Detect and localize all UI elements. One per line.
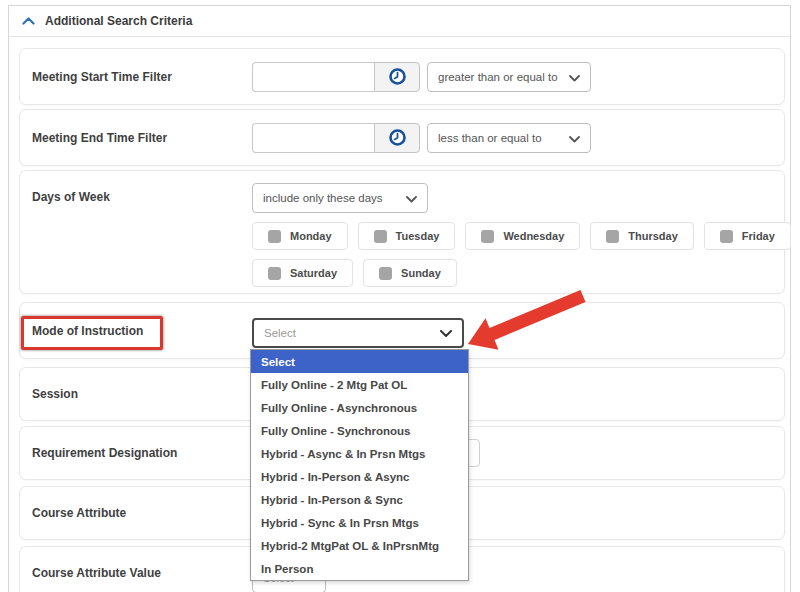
day-checkbox-thursday[interactable]: Thursday xyxy=(590,222,694,250)
option-fully-online-2-mtg-pat-ol[interactable]: Fully Online - 2 Mtg Pat OL xyxy=(251,373,468,396)
chevron-down-icon xyxy=(406,189,417,207)
meeting-start-input[interactable] xyxy=(252,62,374,92)
option-hybrid-in-person-sync[interactable]: Hybrid - In-Person & Sync xyxy=(251,488,468,511)
requirement-designation-label: Requirement Designation xyxy=(32,446,252,460)
comparator-value: greater than or equal to xyxy=(438,71,558,83)
mode-of-instruction-label: Mode of Instruction xyxy=(32,324,252,338)
option-hybrid-in-person-async[interactable]: Hybrid - In-Person & Async xyxy=(251,465,468,488)
meeting-start-time-picker-button[interactable] xyxy=(374,62,420,92)
day-checkbox-friday[interactable]: Friday xyxy=(704,222,791,250)
chevron-down-icon xyxy=(440,324,452,342)
day-checkbox-sunday[interactable]: Sunday xyxy=(363,259,457,287)
days-mode-value: include only these days xyxy=(263,192,383,204)
meeting-start-row: Meeting Start Time Filter greater than o… xyxy=(19,48,785,105)
day-checkbox-monday[interactable]: Monday xyxy=(252,222,348,250)
day-label: Tuesday xyxy=(396,230,440,242)
day-label: Friday xyxy=(742,230,775,242)
option-hybrid-async-in-prsn-mtgs[interactable]: Hybrid - Async & In Prsn Mtgs xyxy=(251,442,468,465)
mode-of-instruction-row: Mode of Instruction Select Select Fully … xyxy=(19,302,785,359)
session-label: Session xyxy=(32,387,252,401)
day-checkbox-tuesday[interactable]: Tuesday xyxy=(358,222,456,250)
checkbox-icon xyxy=(720,230,733,243)
meeting-end-row: Meeting End Time Filter less than or equ… xyxy=(19,109,785,166)
comparator-value: less than or equal to xyxy=(438,132,542,144)
mode-of-instruction-dropdown: Select Fully Online - 2 Mtg Pat OL Fully… xyxy=(250,349,469,581)
panel-title: Additional Search Criteria xyxy=(45,14,192,28)
course-attribute-value-label: Course Attribute Value xyxy=(32,566,252,580)
checkbox-icon xyxy=(481,230,494,243)
day-label: Monday xyxy=(290,230,332,242)
checkbox-icon xyxy=(606,230,619,243)
additional-search-criteria-panel: Additional Search Criteria Meeting Start… xyxy=(8,5,791,592)
chevron-down-icon xyxy=(569,129,580,147)
option-in-person[interactable]: In Person xyxy=(251,557,468,580)
option-hybrid-sync-in-prsn-mtgs[interactable]: Hybrid - Sync & In Prsn Mtgs xyxy=(251,511,468,534)
collapse-chevron-up-icon[interactable] xyxy=(22,17,35,25)
meeting-end-time-picker-button[interactable] xyxy=(374,123,420,153)
meeting-end-comparator-select[interactable]: less than or equal to xyxy=(427,123,591,153)
day-checkbox-wednesday[interactable]: Wednesday xyxy=(465,222,580,250)
meeting-start-time-group xyxy=(252,62,420,92)
meeting-end-label: Meeting End Time Filter xyxy=(32,131,252,145)
clock-icon xyxy=(388,128,407,147)
option-select[interactable]: Select xyxy=(251,350,468,373)
day-checkbox-saturday[interactable]: Saturday xyxy=(252,259,353,287)
meeting-start-comparator-select[interactable]: greater than or equal to xyxy=(427,62,591,92)
meeting-end-input[interactable] xyxy=(252,123,374,153)
checkbox-icon xyxy=(268,267,281,280)
day-label: Thursday xyxy=(628,230,678,242)
checkbox-icon xyxy=(374,230,387,243)
option-fully-online-synchronous[interactable]: Fully Online - Synchronous xyxy=(251,419,468,442)
panel-header: Additional Search Criteria xyxy=(9,6,790,37)
days-mode-select[interactable]: include only these days xyxy=(252,183,428,213)
mode-of-instruction-select[interactable]: Select xyxy=(252,318,464,348)
day-label: Saturday xyxy=(290,267,337,279)
option-fully-online-asynchronous[interactable]: Fully Online - Asynchronous xyxy=(251,396,468,419)
screen: Additional Search Criteria Meeting Start… xyxy=(0,0,800,592)
meeting-start-label: Meeting Start Time Filter xyxy=(32,70,252,84)
clock-icon xyxy=(388,67,407,86)
checkbox-icon xyxy=(268,230,281,243)
option-hybrid-2-mtgpat-ol-inprsnmtg[interactable]: Hybrid-2 MtgPat OL & InPrsnMtg xyxy=(251,534,468,557)
days-of-week-label: Days of Week xyxy=(32,183,252,287)
day-label: Sunday xyxy=(401,267,441,279)
meeting-end-time-group xyxy=(252,123,420,153)
checkbox-icon xyxy=(379,267,392,280)
mode-select-value: Select xyxy=(264,327,296,339)
days-of-week-row: Days of Week include only these days Mon… xyxy=(19,170,785,294)
course-attribute-label: Course Attribute xyxy=(32,506,252,520)
chevron-down-icon xyxy=(569,68,580,86)
day-label: Wednesday xyxy=(503,230,564,242)
